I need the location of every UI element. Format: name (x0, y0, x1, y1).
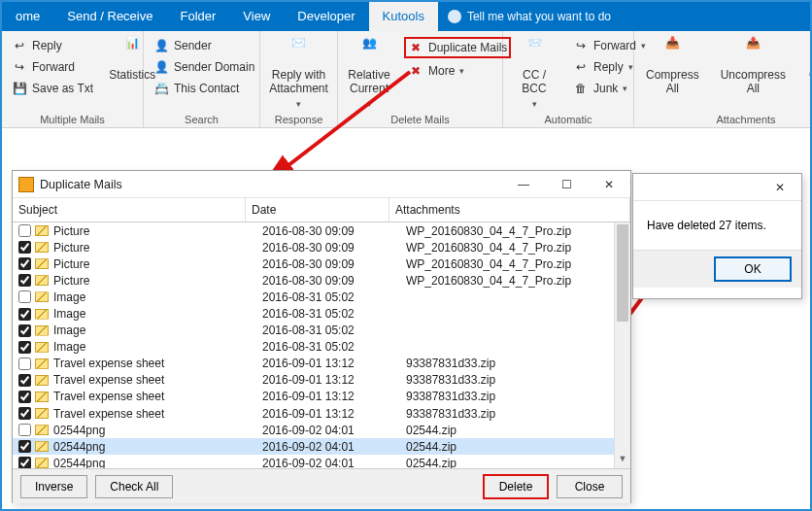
msg-text: Have deleted 27 items. (647, 219, 766, 232)
tab-send-receive[interactable]: Send / Receive (53, 2, 166, 31)
sender-button[interactable]: 👤Sender (150, 37, 258, 54)
row-checkbox[interactable] (18, 424, 31, 436)
scroll-down-icon[interactable]: ▼ (615, 454, 630, 468)
row-checkbox[interactable] (18, 274, 31, 287)
row-checkbox[interactable] (18, 391, 31, 403)
check-all-button[interactable]: Check All (95, 475, 173, 498)
row-date: 2016-09-02 04:01 (262, 440, 406, 454)
row-attachment: 93387831d33.zip (406, 357, 630, 370)
uncompress-all-button[interactable]: 📤 Uncompress All (715, 35, 792, 98)
scrollbar[interactable]: ▲ ▼ (614, 222, 630, 468)
inverse-button[interactable]: Inverse (20, 475, 87, 498)
group-label-attachments: Attachments (640, 112, 812, 127)
duplicate-mails-button[interactable]: ✖ Duplicate Mails (404, 37, 511, 58)
app-icon (18, 177, 34, 192)
table-row[interactable]: Travel expense sheet2016-09-01 13:129338… (13, 372, 630, 389)
sender-domain-button[interactable]: 👤Sender Domain (150, 58, 258, 76)
table-row[interactable]: Picture2016-08-30 09:09WP_20160830_04_4_… (13, 222, 630, 239)
table-header: Subject Date Attachments (13, 198, 630, 222)
forward-button[interactable]: ↪Forward (8, 58, 97, 76)
this-contact-button[interactable]: 📇This Contact (150, 80, 258, 97)
row-attachment: 93387831d33.zip (406, 373, 630, 387)
table-row[interactable]: Travel expense sheet2016-09-01 13:129338… (13, 389, 630, 405)
x-icon: ✖ (408, 63, 423, 79)
tab-developer[interactable]: Developer (284, 2, 368, 31)
ok-button[interactable]: OK (714, 256, 792, 282)
table-row[interactable]: Picture2016-08-30 09:09WP_20160830_04_4_… (13, 272, 630, 289)
row-date: 2016-09-01 13:12 (262, 390, 406, 403)
row-checkbox[interactable] (18, 358, 31, 370)
group-label-delete: Delete Mails (344, 112, 496, 127)
row-checkbox[interactable] (18, 341, 31, 354)
row-checkbox[interactable] (18, 457, 31, 468)
scroll-thumb[interactable] (617, 224, 628, 322)
tab-folder[interactable]: Folder (166, 2, 229, 31)
group-search: 👤Sender 👤Sender Domain 📇This Contact Sea… (144, 31, 260, 127)
maximize-button[interactable]: ☐ (545, 171, 588, 198)
compress-all-button[interactable]: 📥 Compress All (640, 35, 705, 98)
row-checkbox[interactable] (18, 308, 31, 321)
row-date: 2016-08-31 05:02 (262, 324, 406, 337)
table-row[interactable]: Image2016-08-31 05:02 (13, 323, 630, 339)
save-as-txt-button[interactable]: 💾Save as Txt (8, 80, 97, 97)
others-button[interactable]: 📎 Others (801, 35, 812, 97)
mail-icon (35, 358, 49, 369)
row-checkbox[interactable] (18, 407, 31, 420)
row-checkbox[interactable] (18, 374, 31, 387)
row-attachment: 93387831d33.zip (406, 390, 630, 403)
msg-body: Have deleted 27 items. (633, 201, 801, 251)
envelope-icon: ✉️ (285, 37, 314, 66)
row-attachment: 02544.zip (406, 424, 630, 437)
tell-me-box[interactable]: Tell me what you want to do (438, 2, 621, 31)
reply-with-attachment-button[interactable]: ✉️ Reply with Attachment (266, 35, 331, 111)
row-checkbox[interactable] (18, 241, 31, 254)
table-row[interactable]: 02544png2016-09-02 04:0102544.zip (13, 422, 630, 438)
dialog-title: Duplicate Mails (40, 178, 502, 191)
table-row[interactable]: Travel expense sheet2016-09-01 13:129338… (13, 405, 630, 422)
row-attachment: 02544.zip (406, 440, 630, 454)
more-button[interactable]: ✖ More (404, 62, 511, 80)
table-row[interactable]: 02544png2016-09-02 04:0102544.zip (13, 455, 630, 468)
group-automatic: 📨 CC / BCC ↪Forward ↩Reply 🗑Junk Automat… (503, 31, 634, 127)
table-row[interactable]: Picture2016-08-30 09:09WP_20160830_04_4_… (13, 256, 630, 272)
close-button[interactable]: Close (557, 475, 623, 498)
row-date: 2016-09-02 04:01 (262, 424, 406, 437)
table-row[interactable]: Travel expense sheet2016-09-01 13:129338… (13, 356, 630, 372)
msg-close-button[interactable]: ✕ (759, 174, 801, 201)
row-checkbox[interactable] (18, 440, 31, 453)
contact-icon: 📇 (153, 81, 169, 96)
row-date: 2016-08-30 09:09 (262, 257, 406, 271)
table-row[interactable]: Image2016-08-31 05:02 (13, 305, 630, 322)
cc-bcc-button[interactable]: 📨 CC / BCC (509, 35, 559, 111)
row-checkbox[interactable] (18, 290, 31, 303)
statistics-icon: 📊 (118, 37, 147, 66)
col-subject[interactable]: Subject (13, 198, 246, 221)
row-date: 2016-08-30 09:09 (262, 224, 406, 238)
col-date[interactable]: Date (246, 198, 389, 221)
dialog-titlebar[interactable]: Duplicate Mails — ☐ ✕ (13, 171, 630, 198)
row-subject: Travel expense sheet (53, 407, 262, 421)
delete-button[interactable]: Delete (483, 474, 549, 499)
table-row[interactable]: 02544png2016-09-02 04:0102544.zip (13, 438, 630, 455)
row-attachment: 93387831d33.zip (406, 407, 630, 421)
reply-icon: ↩ (573, 59, 589, 75)
minimize-button[interactable]: — (502, 171, 545, 198)
row-checkbox[interactable] (18, 257, 31, 270)
ccbcc-icon: 📨 (520, 37, 549, 66)
tell-me-label: Tell me what you want to do (467, 10, 611, 23)
msg-titlebar[interactable]: ✕ (633, 174, 801, 201)
col-attachments[interactable]: Attachments (389, 198, 630, 221)
row-checkbox[interactable] (18, 224, 31, 237)
tab-view[interactable]: View (229, 2, 284, 31)
reply-button[interactable]: ↩Reply (8, 37, 97, 54)
forward-icon: ↪ (573, 38, 589, 53)
relative-current-button[interactable]: 👥 Relative Current (344, 35, 394, 111)
mail-icon (35, 225, 49, 236)
tab-home[interactable]: ome (2, 2, 53, 31)
tab-kutools[interactable]: Kutools (369, 2, 438, 31)
close-window-button[interactable]: ✕ (588, 171, 630, 198)
row-checkbox[interactable] (18, 324, 31, 337)
table-row[interactable]: Image2016-08-31 05:02 (13, 339, 630, 356)
table-row[interactable]: Picture2016-08-30 09:09WP_20160830_04_4_… (13, 239, 630, 256)
table-row[interactable]: Image2016-08-31 05:02 (13, 289, 630, 305)
